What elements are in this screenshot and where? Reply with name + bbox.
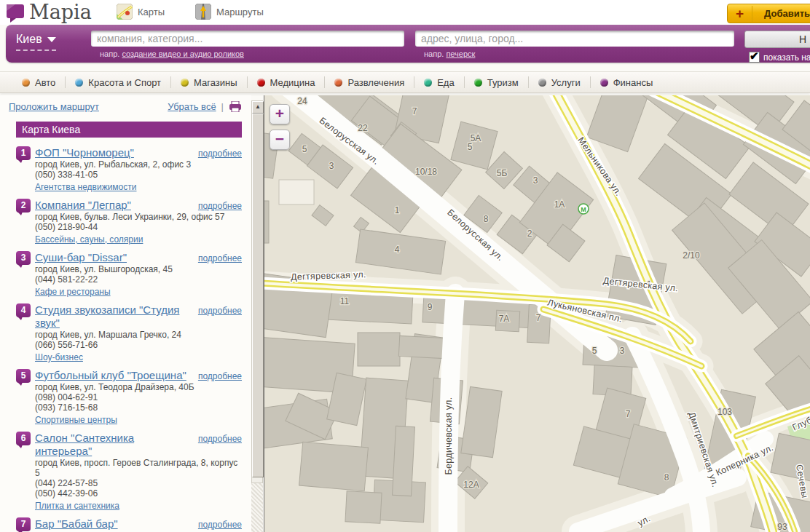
category-dot xyxy=(600,79,608,87)
nav-maps-label: Карты xyxy=(138,7,165,17)
item-title-link[interactable]: Футбольный клуб "Троещина" xyxy=(35,369,186,382)
map-canvas[interactable]: М247225А55310/185Б31821А2/10141197А75371… xyxy=(264,95,810,532)
building-outline xyxy=(279,180,314,205)
item-marker[interactable]: 4 xyxy=(16,303,31,317)
logo-text: Mapia xyxy=(29,1,92,23)
zoom-out-button[interactable]: − xyxy=(270,130,290,150)
item-category-link[interactable]: Кафе и рестораны xyxy=(35,287,111,298)
scroll-thumb[interactable] xyxy=(252,114,264,477)
building-number: 5 xyxy=(302,144,307,154)
item-title-link[interactable]: Салон "Сантехника интерьера" xyxy=(35,432,194,458)
address-hint-link[interactable]: печерск xyxy=(446,49,475,58)
company-search-input[interactable] xyxy=(91,31,404,47)
category-dot xyxy=(257,79,265,87)
item-category-link[interactable]: Бассейны, сауны, солярии xyxy=(35,234,143,245)
item-marker[interactable]: 5 xyxy=(16,369,31,383)
item-more-link[interactable]: подробнее xyxy=(198,434,242,444)
item-marker[interactable]: 6 xyxy=(16,432,31,445)
category-divider xyxy=(414,76,414,88)
building-number: 1А xyxy=(554,199,565,210)
printer-icon[interactable] xyxy=(229,101,242,112)
sidebar-scrollbar[interactable]: ▲ xyxy=(251,100,263,483)
list-item: 5 Футбольный клуб "Троещина" подробнее г… xyxy=(0,369,251,432)
category-label: Услуги xyxy=(551,77,581,88)
show-on-map-checkbox[interactable] xyxy=(749,52,760,63)
building-number: 4 xyxy=(395,245,400,255)
scroll-up-button[interactable]: ▲ xyxy=(252,101,264,114)
item-category-link[interactable]: Агентства недвижимости xyxy=(35,182,137,193)
item-more-link[interactable]: подробнее xyxy=(198,371,242,381)
building-number: 5Б xyxy=(497,168,508,178)
category-bar: АвтоКрасота и СпортМагазиныМедицинаРазвл… xyxy=(0,71,810,93)
category-item[interactable]: Магазины xyxy=(181,77,237,88)
item-category-link[interactable]: Шоу-бизнес xyxy=(35,352,83,363)
metro-icon[interactable]: М xyxy=(578,204,589,214)
item-title-link[interactable]: Суши-бар "Dissar" xyxy=(35,251,127,264)
category-label: Развлечения xyxy=(347,77,404,88)
building xyxy=(299,442,369,491)
item-marker[interactable]: 7 xyxy=(16,517,31,531)
item-more-link[interactable]: подробнее xyxy=(198,253,242,263)
address-search-input[interactable] xyxy=(415,31,734,47)
category-dot xyxy=(181,79,189,87)
route-link[interactable]: Проложить маршрут xyxy=(9,101,99,112)
item-title-link[interactable]: Бар "Бабай бар" xyxy=(35,517,118,531)
category-label: Финансы xyxy=(613,77,653,88)
sidebar: Проложить маршрут Убрать всё | Карта Кие… xyxy=(0,95,251,532)
item-marker[interactable]: 2 xyxy=(16,199,31,213)
item-more-link[interactable]: подробнее xyxy=(198,148,242,159)
building xyxy=(451,122,498,170)
item-title-link[interactable]: ФОП "Чорноморец" xyxy=(35,146,134,159)
map-svg[interactable]: М247225А55310/185Б31821А2/10141197А75371… xyxy=(264,95,810,532)
nav-item-maps[interactable]: Карты xyxy=(117,4,165,20)
item-more-link[interactable]: подробнее xyxy=(198,201,242,211)
building-number: 2 xyxy=(527,229,532,239)
item-category-link[interactable]: Спортивные центры xyxy=(35,415,117,426)
category-item[interactable]: Развлечения xyxy=(334,77,404,88)
item-address: город Киев, ул. Маршала Гречко, 24 xyxy=(35,330,242,340)
maps-icon xyxy=(117,4,133,20)
company-hint-link[interactable]: создание видео и аудио роликов xyxy=(122,49,244,58)
building-number: 12А xyxy=(463,480,479,490)
category-item[interactable]: Авто xyxy=(22,77,55,88)
street-label: Бердичевская ул. xyxy=(444,397,454,475)
item-more-link[interactable]: подробнее xyxy=(198,306,242,316)
building-number: 3 xyxy=(329,161,334,171)
add-company-button[interactable]: + Добавить к xyxy=(727,4,810,23)
zoom-in-button[interactable]: + xyxy=(270,104,290,124)
category-item[interactable]: Туризм xyxy=(474,77,519,88)
building xyxy=(355,229,445,274)
building-number: 5 xyxy=(468,142,473,152)
city-selector[interactable]: Киев xyxy=(16,33,56,51)
item-marker[interactable]: 3 xyxy=(16,251,31,265)
category-divider xyxy=(464,76,465,88)
logo[interactable]: Mapia xyxy=(6,1,92,23)
nav-item-routes[interactable]: Маршруты xyxy=(195,4,264,20)
chevron-down-icon xyxy=(47,37,56,42)
building-number: 7 xyxy=(412,106,417,116)
item-more-link[interactable]: подробнее xyxy=(198,520,242,530)
category-divider xyxy=(590,76,591,88)
category-item[interactable]: Медицина xyxy=(257,77,315,88)
building-number: 3 xyxy=(620,346,625,356)
item-phone: (066) 556-71-66 xyxy=(35,340,242,350)
item-title-link[interactable]: Компания "Легпар" xyxy=(35,199,131,212)
category-item[interactable]: Красота и Спорт xyxy=(75,77,161,88)
building-number: 22 xyxy=(358,123,368,133)
category-item[interactable]: Еда xyxy=(424,77,455,88)
item-title-link[interactable]: Студия звукозаписи "Студия звук" xyxy=(35,303,194,330)
item-category-link[interactable]: Плитка и сантехника xyxy=(35,501,119,512)
category-item[interactable]: Финансы xyxy=(600,77,653,88)
clear-all-link[interactable]: Убрать всё xyxy=(168,101,216,112)
item-phone: (098) 004-62-91 xyxy=(35,392,242,402)
find-button[interactable]: Н xyxy=(744,31,810,48)
category-dot xyxy=(75,79,83,87)
scrollbar-hatch xyxy=(251,483,263,532)
content: Проложить маршрут Убрать всё | Карта Кие… xyxy=(0,95,810,532)
category-item[interactable]: Услуги xyxy=(538,77,581,88)
building-number: 11 xyxy=(340,296,350,306)
building-number: 5 xyxy=(592,346,597,356)
category-divider xyxy=(247,76,248,88)
item-address: город Киев, просп. Героев Сталинграда, 8… xyxy=(35,458,242,478)
item-marker[interactable]: 1 xyxy=(16,146,31,160)
